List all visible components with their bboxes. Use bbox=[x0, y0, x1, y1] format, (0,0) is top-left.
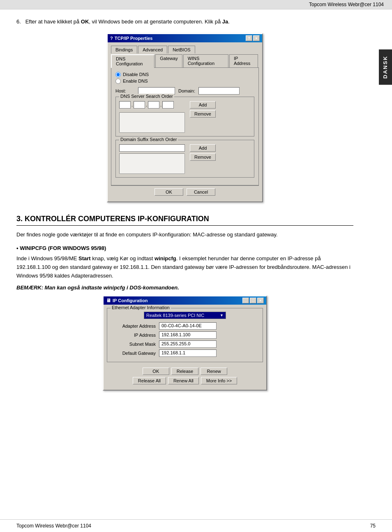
adapter-group: Ethernet Adapter Information Realtek 813… bbox=[107, 308, 263, 362]
footer-row2: Release All Renew All More Info >> bbox=[110, 377, 260, 384]
dns-ip-row: . . . bbox=[119, 101, 185, 109]
help-btn[interactable]: ? bbox=[246, 35, 252, 41]
dns-server-list[interactable] bbox=[119, 112, 185, 133]
tcpip-dialog-wrapper: ? TCP/IP Properties ? × Bindings Advance… bbox=[16, 33, 353, 202]
adapter-row: Realtek 8139-series PCI NIC ▼ bbox=[111, 312, 259, 319]
ip-address-row: IP Address 192.168.1.100 bbox=[111, 331, 259, 339]
footer-right: 75 bbox=[370, 523, 376, 529]
suffix-remove-btn[interactable]: Remove bbox=[190, 153, 216, 161]
dns-server-buttons: Add Remove bbox=[190, 101, 216, 133]
bottom-bar: Topcom Wireless Webr@cer 1104 75 bbox=[0, 519, 392, 532]
dns-ip-3[interactable] bbox=[148, 101, 159, 109]
radio-disable-dns-input[interactable] bbox=[115, 72, 121, 77]
titlebar-buttons[interactable]: ? × bbox=[246, 35, 260, 41]
adapter-address-row: Adapter Address 00-C0-4C-A0-14-0E bbox=[111, 322, 259, 330]
ipcfg-title: IP Configuration bbox=[113, 298, 148, 303]
ok-btn[interactable]: OK bbox=[143, 368, 169, 375]
dns-server-label: DNS Server Search Order bbox=[119, 94, 174, 99]
host-label: Host: bbox=[115, 88, 138, 93]
domain-input[interactable] bbox=[198, 87, 240, 95]
tcpip-dialog-body: Bindings Advanced NetBIOS DNS Configurat… bbox=[108, 42, 262, 201]
footer-row1: OK Release Renew bbox=[110, 368, 260, 375]
adapter-address-label: Adapter Address bbox=[111, 324, 156, 328]
tab-ipaddress[interactable]: IP Address bbox=[229, 54, 258, 67]
dns-ip-1[interactable] bbox=[119, 101, 131, 109]
radio-group: Disable DNS Enable DNS bbox=[115, 72, 254, 84]
adapter-address-value: 00-C0-4C-A0-14-0E bbox=[159, 322, 217, 330]
subnet-row: Subnet Mask 255.255.255.0 bbox=[111, 340, 259, 348]
top-bar: Topcom Wireless Webr@cer 1104 bbox=[0, 0, 392, 9]
tcpip-dialog: ? TCP/IP Properties ? × Bindings Advance… bbox=[107, 33, 263, 202]
dns-server-group: DNS Server Search Order . . . bbox=[115, 97, 254, 136]
help-icon: ? bbox=[110, 36, 113, 41]
monitor-icon: 🖥 bbox=[106, 298, 111, 303]
radio-enable-dns: Enable DNS bbox=[115, 79, 254, 84]
main-content: 6. Efter at have klikket på OK, vil Wind… bbox=[0, 9, 370, 411]
adapter-group-label: Ethernet Adapter Information bbox=[111, 305, 171, 310]
section3-heading: 3. KONTROLLÉR COMPUTERENS IP-KONFIGURATI… bbox=[16, 215, 353, 226]
domain-suffix-content: Add Remove bbox=[119, 144, 251, 174]
release-all-btn[interactable]: Release All bbox=[133, 377, 166, 384]
tcpip-titlebar: ? TCP/IP Properties ? × bbox=[108, 34, 262, 42]
ip-address-value: 192.168.1.100 bbox=[159, 331, 217, 339]
note-text: BEMÆRK: Man kan også indtaste winipcfg i… bbox=[16, 285, 353, 291]
suffix-buttons: Add Remove bbox=[190, 144, 216, 174]
ipcfg-dialog-wrapper: 🖥 IP Configuration _ □ × Ethernet Adapte… bbox=[16, 296, 353, 391]
tabs-row1: Bindings Advanced NetBIOS bbox=[111, 46, 259, 53]
footer-left: Topcom Wireless Webr@cer 1104 bbox=[16, 523, 91, 529]
tab-netbios[interactable]: NetBIOS bbox=[168, 46, 195, 53]
top-bar-title: Topcom Wireless Webr@cer 1104 bbox=[309, 2, 384, 7]
dns-ip-4[interactable] bbox=[162, 101, 174, 109]
dropdown-arrow: ▼ bbox=[220, 313, 224, 317]
ipcfg-footer: OK Release Renew Release All Renew All M… bbox=[107, 365, 263, 386]
suffix-add-btn[interactable]: Add bbox=[190, 144, 216, 152]
ipcfg-close-btn[interactable]: × bbox=[257, 298, 264, 303]
tab-bindings[interactable]: Bindings bbox=[111, 46, 137, 53]
ipcfg-titlebar-buttons[interactable]: _ □ × bbox=[242, 298, 264, 303]
domain-label: Domain: bbox=[178, 88, 195, 93]
gateway-label: Default Gateway bbox=[111, 351, 156, 356]
subnet-value: 255.255.255.0 bbox=[159, 340, 217, 348]
dns-add-btn[interactable]: Add bbox=[190, 101, 216, 109]
dns-ip-2[interactable] bbox=[134, 101, 145, 109]
radio-enable-dns-input[interactable] bbox=[115, 79, 121, 84]
tab-advanced[interactable]: Advanced bbox=[138, 46, 167, 53]
close-btn[interactable]: × bbox=[253, 35, 260, 41]
gateway-value: 192.168.1.1 bbox=[159, 349, 217, 357]
adapter-value: Realtek 8139-series PCI NIC bbox=[146, 313, 204, 318]
tab-panel-dns: Disable DNS Enable DNS Host: Domain: bbox=[111, 67, 259, 185]
dns-server-content: . . . Add R bbox=[119, 101, 251, 133]
ipcfg-dialog: 🖥 IP Configuration _ □ × Ethernet Adapte… bbox=[103, 296, 267, 391]
tab-gateway[interactable]: Gateway bbox=[155, 54, 182, 67]
subnet-label: Subnet Mask bbox=[111, 342, 156, 347]
suffix-input[interactable] bbox=[119, 144, 185, 152]
gateway-row: Default Gateway 192.168.1.1 bbox=[111, 349, 259, 357]
tcpip-footer: OK Cancel bbox=[111, 185, 259, 198]
ipcfg-titlebar: 🖥 IP Configuration _ □ × bbox=[104, 296, 266, 305]
tabs-row2: DNS Configuration Gateway WINS Configura… bbox=[111, 54, 259, 67]
ipcfg-body: Ethernet Adapter Information Realtek 813… bbox=[104, 305, 266, 390]
dns-remove-btn[interactable]: Remove bbox=[190, 110, 216, 118]
side-tab: DANSK bbox=[379, 49, 392, 85]
subsection-heading: • WINIPCFG (FOR WINDOWS 95/98) bbox=[16, 245, 353, 251]
ipcfg-minimize-btn[interactable]: _ bbox=[242, 298, 249, 303]
section3-body: Der findes nogle gode værktøjer til at f… bbox=[16, 231, 353, 239]
radio-enable-dns-label: Enable DNS bbox=[123, 79, 148, 83]
more-info-btn[interactable]: More Info >> bbox=[201, 377, 237, 384]
radio-disable-dns: Disable DNS bbox=[115, 72, 254, 77]
tab-dns[interactable]: DNS Configuration bbox=[111, 54, 154, 68]
ip-address-label: IP Address bbox=[111, 333, 156, 338]
suffix-list[interactable] bbox=[119, 153, 185, 174]
step6-text: 6. Efter at have klikket på OK, vil Wind… bbox=[16, 18, 353, 26]
renew-all-btn[interactable]: Renew All bbox=[168, 377, 199, 384]
tcpip-cancel-btn[interactable]: Cancel bbox=[187, 188, 215, 196]
ipcfg-maximize-btn[interactable]: □ bbox=[250, 298, 256, 303]
radio-disable-dns-label: Disable DNS bbox=[123, 72, 149, 77]
release-btn[interactable]: Release bbox=[171, 368, 198, 375]
adapter-select[interactable]: Realtek 8139-series PCI NIC ▼ bbox=[144, 312, 226, 319]
domain-suffix-group: Domain Suffix Search Order Add Remove bbox=[115, 140, 254, 178]
section3-body2: Inde i Windows 95/98/ME Start knap, vælg… bbox=[16, 254, 353, 280]
renew-btn[interactable]: Renew bbox=[201, 368, 227, 375]
tab-wins[interactable]: WINS Configuration bbox=[183, 54, 228, 67]
tcpip-ok-btn[interactable]: OK bbox=[154, 188, 183, 196]
